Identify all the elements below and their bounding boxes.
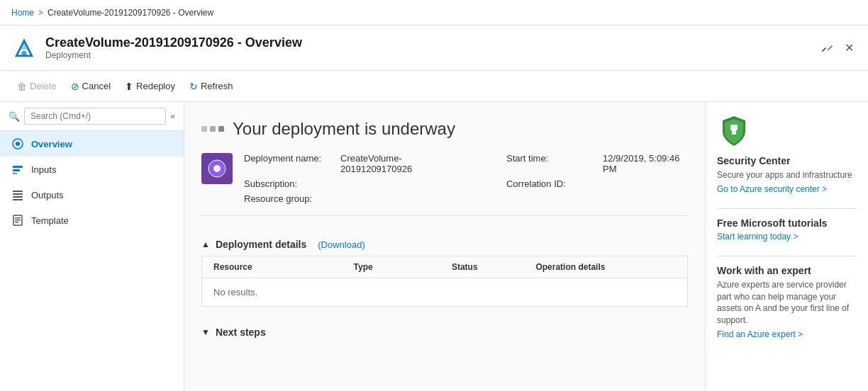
deployment-badge	[201, 153, 233, 184]
subscription-label: Subscription:	[244, 178, 336, 189]
pin-button[interactable]	[818, 38, 836, 59]
cancel-button[interactable]: ⊘ Cancel	[65, 78, 116, 95]
redeploy-button[interactable]: ⬆ Redeploy	[119, 78, 181, 95]
svg-point-3	[21, 50, 26, 55]
deployment-type-icon	[207, 159, 227, 178]
col-type: Type	[354, 262, 452, 272]
next-steps-chevron-icon: ▼	[201, 327, 210, 337]
redeploy-label: Redeploy	[136, 81, 175, 91]
table-header-row: Resource Type Status Operation details	[202, 256, 687, 278]
deployment-meta: Deployment name: CreateVolume-2019120917…	[244, 153, 688, 204]
main-content: Your deployment is underway Deployment n…	[184, 102, 705, 391]
deployment-name-label: Deployment name:	[244, 153, 336, 174]
toolbar: 🗑 Delete ⊘ Cancel ⬆ Redeploy ↻ Refresh	[0, 71, 868, 102]
col-operation: Operation details	[535, 262, 676, 272]
loading-spinner	[201, 126, 224, 132]
svg-point-6	[16, 142, 20, 146]
deployment-status-title: Your deployment is underway	[233, 119, 455, 139]
next-steps-section: ▼ Next steps	[201, 321, 688, 344]
collapse-icon[interactable]: «	[170, 111, 175, 121]
sidebar-item-inputs[interactable]: Inputs	[0, 157, 184, 182]
delete-icon: 🗑	[17, 81, 27, 92]
details-section-header[interactable]: ▲ Deployment details (Download)	[201, 233, 688, 256]
security-shield-icon	[717, 113, 751, 147]
refresh-label: Refresh	[201, 81, 233, 91]
pin-icon	[820, 40, 833, 53]
meta-col-right: Start time: 12/9/2019, 5:09:46 PM Correl…	[506, 153, 688, 204]
security-icon-wrapper	[717, 113, 857, 149]
next-steps-header[interactable]: ▼ Next steps	[201, 321, 688, 344]
header-title-block: CreateVolume-20191209170926 - Overview D…	[45, 35, 302, 60]
sidebar-search-container: 🔍 «	[0, 102, 184, 131]
col-status: Status	[452, 262, 536, 272]
svg-rect-10	[13, 191, 23, 192]
details-chevron-icon: ▲	[201, 239, 210, 249]
breadcrumb: Home > CreateVolume-20191209170926 - Ove…	[11, 8, 213, 18]
svg-rect-7	[13, 166, 23, 168]
sidebar-item-label-overview: Overview	[31, 139, 72, 149]
delete-label: Delete	[30, 81, 57, 91]
page-title: CreateVolume-20191209170926 - Overview	[45, 35, 302, 50]
outputs-icon	[11, 188, 24, 201]
search-icon: 🔍	[9, 111, 20, 122]
close-button[interactable]: ✕	[842, 38, 857, 57]
no-results-text: No results.	[213, 287, 257, 298]
security-link[interactable]: Go to Azure security center >	[717, 184, 857, 194]
svg-line-4	[822, 48, 825, 52]
sidebar-item-template[interactable]: Template	[0, 208, 184, 233]
inputs-icon	[11, 163, 24, 176]
sidebar-item-label-outputs: Outputs	[31, 190, 64, 200]
refresh-button[interactable]: ↻ Refresh	[184, 78, 239, 95]
resource-group-label: Resource group:	[244, 193, 336, 204]
sidebar-nav: Overview Inputs Outputs Template	[0, 131, 184, 391]
header-left: CreateVolume-20191209170926 - Overview D…	[11, 35, 302, 61]
sidebar-item-outputs[interactable]: Outputs	[0, 182, 184, 208]
deployment-name-value: CreateVolume-20191209170926	[340, 153, 464, 174]
deployment-details-section: ▲ Deployment details (Download) Resource…	[201, 233, 688, 307]
find-expert-link[interactable]: Find an Azure expert >	[717, 329, 857, 339]
next-steps-title: Next steps	[216, 327, 266, 338]
top-bar: Home > CreateVolume-20191209170926 - Ove…	[0, 0, 868, 26]
svg-rect-9	[13, 173, 17, 174]
start-time-value: 12/9/2019, 5:09:46 PM	[603, 153, 688, 174]
start-time-row: Start time: 12/9/2019, 5:09:46 PM	[506, 153, 688, 174]
subscription-row: Subscription:	[244, 178, 464, 189]
svg-rect-12	[13, 196, 23, 198]
expert-desc: Azure experts are service provider part …	[717, 279, 857, 327]
start-time-label: Start time:	[506, 153, 599, 174]
correlation-id-label: Correlation ID:	[506, 178, 599, 189]
page-header: CreateVolume-20191209170926 - Overview D…	[0, 26, 868, 71]
svg-rect-8	[13, 169, 20, 171]
cancel-icon: ⊘	[71, 81, 79, 92]
cancel-label: Cancel	[82, 81, 111, 91]
download-link[interactable]: (Download)	[318, 239, 365, 250]
security-title: Security Center	[717, 155, 857, 166]
table-body: No results.	[202, 278, 687, 306]
search-input[interactable]	[24, 108, 166, 125]
breadcrumb-home[interactable]: Home	[11, 8, 34, 18]
redeploy-icon: ⬆	[125, 81, 133, 92]
sidebar-item-overview[interactable]: Overview	[0, 131, 184, 157]
sidebar: 🔍 « Overview Inputs Outputs	[0, 102, 184, 391]
overview-icon	[11, 137, 24, 150]
svg-rect-11	[13, 193, 23, 195]
svg-rect-17	[15, 222, 18, 223]
refresh-icon: ↻	[189, 81, 198, 92]
sidebar-item-label-template: Template	[31, 215, 69, 226]
delete-button[interactable]: 🗑 Delete	[11, 78, 62, 95]
sidebar-item-label-inputs: Inputs	[31, 164, 56, 175]
template-icon	[11, 214, 24, 227]
svg-rect-13	[13, 199, 23, 200]
correlation-id-row: Correlation ID:	[506, 178, 688, 189]
svg-rect-21	[732, 129, 736, 135]
expert-section: Work with an expert Azure experts are se…	[717, 265, 857, 339]
resource-group-row: Resource group:	[244, 193, 464, 204]
tutorials-title: Free Microsoft tutorials	[717, 217, 857, 229]
right-panel: Security Center Secure your apps and inf…	[705, 102, 868, 391]
details-table: Resource Type Status Operation details N…	[201, 256, 688, 307]
deployment-name-row: Deployment name: CreateVolume-2019120917…	[244, 153, 464, 174]
azure-deployment-icon	[11, 35, 37, 61]
col-resource: Resource	[213, 262, 354, 272]
tutorials-link[interactable]: Start learning today >	[717, 232, 857, 242]
tutorials-section: Free Microsoft tutorials Start learning …	[717, 217, 857, 242]
